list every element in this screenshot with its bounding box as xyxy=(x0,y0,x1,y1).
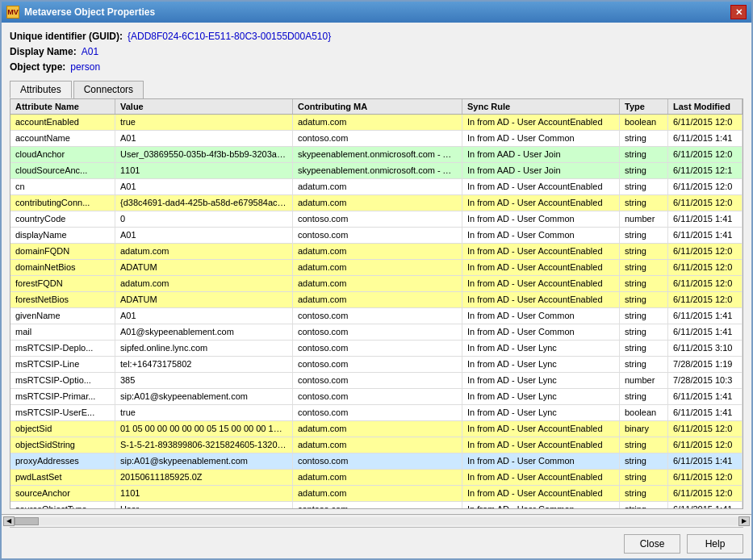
table-row[interactable]: contributingConn...{d38c4691-dad4-425b-a… xyxy=(10,195,743,211)
table-row[interactable]: proxyAddressessip:A01@skypeenablement.co… xyxy=(10,453,743,470)
table-cell: contoso.com xyxy=(293,405,462,420)
table-row[interactable]: msRTCSIP-UserE...truecontoso.comIn from … xyxy=(10,405,743,421)
table-row[interactable]: objectSid01 05 00 00 00 00 00 05 15 00 0… xyxy=(10,421,743,437)
tab-connectors[interactable]: Connectors xyxy=(73,81,144,98)
help-button[interactable]: Help xyxy=(687,534,743,554)
table-cell: 6/11/2015 1:41 xyxy=(668,308,743,324)
close-window-button[interactable]: ✕ xyxy=(730,5,747,19)
tab-attributes[interactable]: Attributes xyxy=(10,81,72,98)
table-cell: 0 xyxy=(115,211,293,227)
table-cell: string xyxy=(620,195,668,211)
table-cell: In from AD - User AccountEnabled xyxy=(462,244,620,259)
table-row[interactable]: cloudSourceAnc...1101skypeenablement.onm… xyxy=(10,163,743,179)
table-cell: 6/11/2015 12:0 xyxy=(668,195,743,211)
table-cell: cloudAnchor xyxy=(10,147,115,162)
table-cell: contoso.com xyxy=(293,502,462,508)
table-row[interactable]: mailA01@skypeenablement.comcontoso.comIn… xyxy=(10,324,743,341)
table-cell: string xyxy=(620,131,668,146)
table-row[interactable]: countryCode0contoso.comIn from AD - User… xyxy=(10,211,743,228)
table-cell: sourceAnchor xyxy=(10,486,115,501)
main-window: MV Metaverse Object Properties ✕ Unique … xyxy=(0,0,753,560)
table-cell: 6/11/2015 12:0 xyxy=(668,260,743,275)
table-cell: string xyxy=(620,324,668,340)
scroll-track[interactable] xyxy=(15,517,738,525)
col-header-sync-rule: Sync Rule xyxy=(462,99,620,114)
table-cell: displayName xyxy=(10,228,115,243)
table-cell: 6/11/2015 12:0 xyxy=(668,470,743,485)
table-cell: 6/11/2015 1:41 xyxy=(668,389,743,404)
table-row[interactable]: accountEnabledtrueadatum.comIn from AD -… xyxy=(10,115,743,131)
table-row[interactable]: forestNetBiosADATUMadatum.comIn from AD … xyxy=(10,292,743,308)
table-row[interactable]: sourceAnchor1101adatum.comIn from AD - U… xyxy=(10,486,743,502)
guid-value: {ADD8F024-6C10-E511-80C3-00155D00A510} xyxy=(128,29,331,44)
table-cell: skypeenablement.onmicrosoft.com - AAD xyxy=(293,147,462,162)
table-cell: string xyxy=(620,308,668,324)
table-cell: 6/11/2015 12:0 xyxy=(668,421,743,437)
table-row[interactable]: cloudAnchorUser_03869550-035b-4f3b-b5b9-… xyxy=(10,147,743,163)
table-cell: sip:A01@skypeenablement.com xyxy=(115,389,293,404)
title-bar-left: MV Metaverse Object Properties xyxy=(6,6,155,19)
table-row[interactable]: msRTCSIP-Linetel:+16473175802contoso.com… xyxy=(10,357,743,373)
table-row[interactable]: domainNetBiosADATUMadatum.comIn from AD … xyxy=(10,260,743,276)
table-cell: true xyxy=(115,405,293,420)
table-cell: domainNetBios xyxy=(10,260,115,275)
table-cell: 20150611185925.0Z xyxy=(115,470,293,485)
table-body: accountEnabledtrueadatum.comIn from AD -… xyxy=(10,115,743,508)
table-row[interactable]: msRTCSIP-Deplo...sipfed.online.lync.comc… xyxy=(10,341,743,357)
table-cell: In from AD - User Common xyxy=(462,228,620,243)
table-row[interactable]: accountNameA01contoso.comIn from AD - Us… xyxy=(10,131,743,147)
table-cell: sourceObjectType xyxy=(10,502,115,508)
guid-row: Unique identifier (GUID): {ADD8F024-6C10… xyxy=(10,29,743,44)
display-name-row: Display Name: A01 xyxy=(10,44,743,60)
scroll-right-button[interactable]: ▶ xyxy=(738,516,750,526)
scroll-left-button[interactable]: ◀ xyxy=(3,516,15,526)
table-row[interactable]: msRTCSIP-Optio...385contoso.comIn from A… xyxy=(10,373,743,389)
table-cell: adatum.com xyxy=(293,195,462,211)
table-cell: contoso.com xyxy=(293,389,462,404)
table-cell: string xyxy=(620,486,668,501)
table-cell: msRTCSIP-Primar... xyxy=(10,389,115,404)
table-cell: skypeenablement.onmicrosoft.com - AAD xyxy=(293,163,462,178)
table-row[interactable]: pwdLastSet20150611185925.0Zadatum.comIn … xyxy=(10,470,743,486)
table-cell: In from AD - User Common xyxy=(462,131,620,146)
object-type-row: Object type: person xyxy=(10,60,743,75)
table-cell: contoso.com xyxy=(293,453,462,469)
table-cell: In from AAD - User Join xyxy=(462,163,620,178)
table-cell: In from AD - User AccountEnabled xyxy=(462,276,620,291)
table-row[interactable]: objectSidStringS-1-5-21-893899806-321582… xyxy=(10,437,743,453)
table-cell: string xyxy=(620,179,668,194)
table-row[interactable]: cnA01adatum.comIn from AD - User Account… xyxy=(10,179,743,195)
table-cell: objectSidString xyxy=(10,437,115,453)
table-cell: In from AAD - User Join xyxy=(462,147,620,162)
table-cell: 7/28/2015 10:3 xyxy=(668,373,743,388)
table-cell: forestNetBios xyxy=(10,292,115,307)
table-row[interactable]: domainFQDNadatum.comadatum.comIn from AD… xyxy=(10,244,743,260)
table-row[interactable]: forestFQDNadatum.comadatum.comIn from AD… xyxy=(10,276,743,292)
table-cell: User_03869550-035b-4f3b-b5b9-3203aa3a53f… xyxy=(115,147,293,162)
col-header-type: Type xyxy=(620,99,668,114)
close-button[interactable]: Close xyxy=(624,534,680,554)
table-cell: adatum.com xyxy=(293,421,462,437)
table-cell: number xyxy=(620,373,668,388)
table-cell: string xyxy=(620,244,668,259)
table-cell: msRTCSIP-Deplo... xyxy=(10,341,115,356)
table-row[interactable]: sourceObjectTypeUsercontoso.comIn from A… xyxy=(10,502,743,508)
table-cell: In from AD - User AccountEnabled xyxy=(462,421,620,437)
table-cell: objectSid xyxy=(10,421,115,437)
table-cell: 6/11/2015 1:41 xyxy=(668,228,743,243)
table-cell: ADATUM xyxy=(115,292,293,307)
table-cell: proxyAddresses xyxy=(10,453,115,469)
table-cell: 01 05 00 00 00 00 00 05 15 00 00 00 1E D… xyxy=(115,421,293,437)
table-cell: contoso.com xyxy=(293,357,462,372)
table-cell: contoso.com xyxy=(293,131,462,146)
table-cell: contoso.com xyxy=(293,373,462,388)
table-row[interactable]: displayNameA01contoso.comIn from AD - Us… xyxy=(10,228,743,244)
scroll-thumb[interactable] xyxy=(15,517,39,525)
tabs-area: Attributes Connectors xyxy=(2,81,751,98)
table-cell: S-1-5-21-893899806-3215824605-1320013024… xyxy=(115,437,293,453)
table-row[interactable]: msRTCSIP-Primar...sip:A01@skypeenablemen… xyxy=(10,389,743,405)
table-cell: 6/11/2015 12:0 xyxy=(668,115,743,130)
table-cell: In from AD - User Lync xyxy=(462,341,620,356)
table-cell: A01 xyxy=(115,179,293,194)
table-row[interactable]: givenNameA01contoso.comIn from AD - User… xyxy=(10,308,743,324)
